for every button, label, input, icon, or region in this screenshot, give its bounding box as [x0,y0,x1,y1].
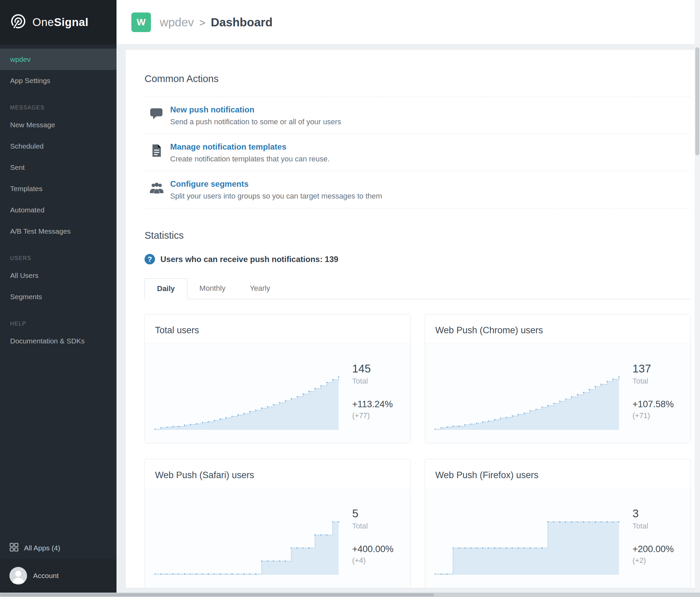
vertical-scrollbar[interactable] [695,0,700,597]
sidebar-item-templates[interactable]: Templates [0,178,117,199]
total-label: Total [632,377,687,385]
card-title: Total users [145,314,410,343]
onesignal-logo-icon [9,13,27,32]
brand-header[interactable]: OneSignal [0,0,117,45]
brand-name: OneSignal [32,16,89,29]
action-text: Configure segments Split your users into… [170,179,382,201]
breadcrumb-separator: > [199,17,205,29]
card-chrome-users: Web Push (Chrome) users 137 Total +107.5… [425,314,691,443]
change-percent: +400.00% [352,544,407,554]
sidebar-section-messages: Messages [0,97,117,114]
card-title: Web Push (Chrome) users [425,314,691,343]
app-window: OneSignal wpdev App Settings Messages Ne… [0,0,700,597]
document-icon [145,142,170,158]
chrome-users-chart [434,371,620,430]
page-title: Dashboard [211,16,273,29]
topbar: W wpdev > Dashboard [117,0,700,45]
sidebar-nav: wpdev App Settings Messages New Message … [0,45,117,351]
new-push-notification-link[interactable]: New push notification [170,105,341,115]
horizontal-scrollbar-thumb[interactable] [0,593,434,596]
change-delta: (+2) [632,556,687,565]
sidebar: OneSignal wpdev App Settings Messages Ne… [0,0,117,597]
breadcrumb-app-link[interactable]: wpdev [160,16,194,29]
tab-monthly[interactable]: Monthly [188,278,238,299]
configure-segments-desc: Split your users into groups so you can … [170,192,382,201]
safari-users-chart [154,516,340,575]
push-users-line: ? Users who can receive push notificatio… [145,254,691,265]
account-label: Account [33,572,59,580]
sidebar-item-app-settings[interactable]: App Settings [0,70,117,91]
vertical-scrollbar-thumb[interactable] [695,47,699,155]
card-body: 145 Total +113.24% (+77) [145,343,410,443]
sidebar-item-automated[interactable]: Automated [0,199,117,221]
main-area: W wpdev > Dashboard Common Actions [117,0,700,597]
common-actions-list: New push notification Send a push notifi… [145,97,691,208]
card-title: Web Push (Firefox) users [425,459,691,488]
sidebar-item-new-message[interactable]: New Message [0,114,117,135]
sidebar-item-sent[interactable]: Sent [0,157,117,178]
total-label: Total [632,522,687,530]
sidebar-section-help: Help [0,313,117,330]
card-body: 3 Total +200.00% (+2) [425,488,691,588]
sidebar-item-segments[interactable]: Segments [0,286,117,307]
stats-cards-grid: Total users 145 Total +113.24% (+77) [145,314,691,588]
card-body: 5 Total +400.00% (+4) [145,488,410,588]
change-percent: +107.58% [632,399,687,409]
sidebar-item-ab-test-messages[interactable]: A/B Test Messages [0,221,117,242]
card-firefox-users: Web Push (Firefox) users 3 Total +200.00… [425,459,691,588]
horizontal-scrollbar[interactable] [0,593,700,597]
card-stats: 5 Total +400.00% (+4) [340,488,410,588]
total-label: Total [352,377,407,385]
people-icon [145,179,170,196]
stats-period-tabs: Daily Monthly Yearly [145,278,691,299]
all-apps-button[interactable]: All Apps (4) [0,537,117,559]
total-label: Total [352,522,407,530]
change-delta: (+71) [632,411,687,420]
card-title: Web Push (Safari) users [145,459,410,488]
sidebar-bottom: All Apps (4) Account [0,537,117,597]
sidebar-item-app-wpdev[interactable]: wpdev [0,49,117,70]
total-value: 137 [632,362,687,375]
card-total-users: Total users 145 Total +113.24% (+77) [145,314,410,443]
sidebar-item-all-users[interactable]: All Users [0,265,117,286]
card-stats: 145 Total +113.24% (+77) [340,343,410,443]
sidebar-item-documentation-sdks[interactable]: Documentation & SDKs [0,330,117,351]
card-stats: 137 Total +107.58% (+71) [620,343,691,443]
grid-icon [9,543,19,553]
sidebar-item-scheduled[interactable]: Scheduled [0,135,117,157]
app-badge[interactable]: W [131,13,151,32]
dashboard-panel: Common Actions New push notification Sen… [125,49,696,588]
push-users-text: Users who can receive push notifications… [160,255,339,264]
action-text: New push notification Send a push notifi… [170,105,341,126]
action-text: Manage notification templates Create not… [170,142,330,164]
action-row-manage-templates: Manage notification templates Create not… [145,134,691,171]
total-value: 5 [352,507,407,520]
statistics-title: Statistics [145,230,691,241]
total-value: 3 [632,507,687,520]
tab-yearly[interactable]: Yearly [238,278,282,299]
card-stats: 3 Total +200.00% (+2) [620,488,691,588]
card-body: 137 Total +107.58% (+71) [425,343,691,443]
manage-templates-link[interactable]: Manage notification templates [170,142,330,152]
change-percent: +113.24% [352,399,407,409]
action-row-configure-segments: Configure segments Split your users into… [145,171,691,208]
content-area: Common Actions New push notification Sen… [117,45,700,597]
breadcrumb: wpdev > Dashboard [160,16,273,29]
change-delta: (+4) [352,556,407,565]
change-delta: (+77) [352,411,407,420]
change-percent: +200.00% [632,544,687,554]
sidebar-section-users: Users [0,248,117,265]
avatar [9,567,27,584]
configure-segments-link[interactable]: Configure segments [170,179,382,189]
action-row-new-push-notification: New push notification Send a push notifi… [145,97,691,134]
card-safari-users: Web Push (Safari) users 5 Total +400.00%… [145,459,410,588]
common-actions-title: Common Actions [145,73,691,84]
all-apps-label: All Apps (4) [24,544,60,552]
manage-templates-desc: Create notification templates that you c… [170,155,330,164]
account-button[interactable]: Account [0,559,117,593]
new-push-notification-desc: Send a push notification to some or all … [170,118,341,126]
tab-daily[interactable]: Daily [145,278,188,299]
total-users-chart [154,371,340,430]
firefox-users-chart [434,516,620,575]
help-icon[interactable]: ? [145,254,155,265]
